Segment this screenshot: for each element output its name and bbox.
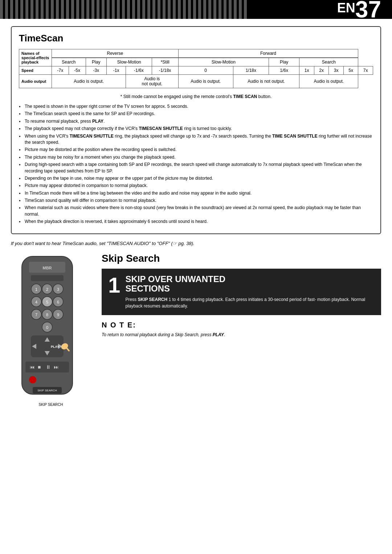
svg-text:5: 5 bbox=[46, 300, 48, 304]
svg-text:SKIP SEARCH: SKIP SEARCH bbox=[37, 389, 57, 392]
audio-output-reverse: Audio is output. bbox=[52, 75, 126, 88]
names-label-cell: Names of special-effects playback bbox=[19, 49, 52, 66]
bullet-item: Picture may appear distorted in comparis… bbox=[19, 183, 373, 189]
speed-2x: 2x bbox=[314, 66, 329, 75]
speed-neg7x: -7x bbox=[52, 66, 69, 75]
speed-7x: 7x bbox=[358, 66, 373, 75]
bottom-section: MBR 1 2 3 4 5 6 7 8 bbox=[11, 253, 381, 407]
forward-header: Forward bbox=[178, 49, 358, 58]
svg-text:⏸: ⏸ bbox=[46, 364, 51, 370]
sub-slowmotion-forward: Slow-Motion bbox=[178, 58, 269, 66]
svg-text:4: 4 bbox=[35, 300, 37, 304]
skip-box-number: 1 bbox=[108, 274, 120, 296]
subheader-row: Search Play Slow-Motion *Still Slow-Moti… bbox=[19, 58, 373, 66]
svg-text:MBR: MBR bbox=[42, 266, 52, 270]
speed-neg1x: -1x bbox=[106, 66, 126, 75]
remote-container: MBR 1 2 3 4 5 6 7 8 bbox=[11, 253, 91, 407]
note-heading: N O T E: bbox=[102, 321, 381, 329]
effects-table: Names of special-effects playback Revers… bbox=[19, 49, 373, 88]
speed-neg1-6x: -1/6x bbox=[126, 66, 152, 75]
speed-3x: 3x bbox=[329, 66, 344, 75]
bullet-item: The playback speed may not change correc… bbox=[19, 126, 373, 132]
page-header: EN37 bbox=[0, 0, 392, 19]
audio-not-output-reverse: Audio isnot output. bbox=[126, 75, 178, 88]
skip-search-section: Skip Search 1 SKIP OVER UNWANTED SECTION… bbox=[102, 253, 381, 338]
bullet-item: To resume normal playback, press PLAY. bbox=[19, 118, 373, 125]
note-section: N O T E: To return to normal playback du… bbox=[102, 321, 381, 338]
sub-play-forward: Play bbox=[269, 58, 299, 66]
speed-0: 0 bbox=[178, 66, 233, 75]
bullet-list: The speed is shown in the upper right co… bbox=[19, 103, 373, 225]
speed-neg5x: -5x bbox=[69, 66, 86, 75]
still-note: * Still mode cannot be engaged using the… bbox=[19, 93, 373, 100]
svg-text:3: 3 bbox=[57, 287, 59, 292]
svg-text:1: 1 bbox=[35, 287, 37, 292]
en-prefix: EN bbox=[337, 1, 355, 15]
speed-1x: 1x bbox=[299, 66, 314, 75]
note-text: To return to normal playback during a Sk… bbox=[102, 331, 381, 338]
speed-neg1-18x: -1/18x bbox=[152, 66, 178, 75]
speed-1-18x: 1/18x bbox=[233, 66, 269, 75]
svg-text:9: 9 bbox=[57, 313, 59, 317]
bullet-item: The TimeScan search speed is the same fo… bbox=[19, 111, 373, 117]
page-number: EN37 bbox=[337, 0, 381, 21]
bullet-item: The speed is shown in the upper right co… bbox=[19, 103, 373, 110]
bullet-item: In TimeScan mode there will be a time la… bbox=[19, 190, 373, 196]
skip-box-body: Press SKIP SEARCH 1 to 4 times during pl… bbox=[125, 296, 375, 309]
timescan-notes: * Still mode cannot be engaged using the… bbox=[19, 93, 373, 225]
svg-text:6: 6 bbox=[57, 300, 59, 304]
svg-text:⏭: ⏭ bbox=[54, 364, 59, 370]
audio-label: Audio output bbox=[19, 75, 52, 88]
header-stripes bbox=[0, 0, 247, 19]
sub-play-reverse: Play bbox=[86, 58, 106, 66]
svg-text:7: 7 bbox=[35, 313, 37, 317]
speed-label: Speed bbox=[19, 66, 52, 75]
sub-search-forward: Search bbox=[299, 58, 358, 66]
speed-5x: 5x bbox=[343, 66, 358, 75]
bullet-item: Picture may be distorted at the position… bbox=[19, 147, 373, 153]
svg-point-35 bbox=[29, 376, 36, 383]
skip-box: 1 SKIP OVER UNWANTED SECTIONS Press SKIP… bbox=[102, 269, 381, 315]
remote-svg: MBR 1 2 3 4 5 6 7 8 bbox=[11, 253, 83, 405]
speed-row: Speed -7x -5x -3x -1x -1/6x -1/18x 0 1/1… bbox=[19, 66, 373, 75]
svg-text:■: ■ bbox=[38, 364, 41, 370]
bullet-item: TimeScan sound quality will differ in co… bbox=[19, 197, 373, 204]
skip-box-heading: SKIP OVER UNWANTED SECTIONS bbox=[125, 274, 375, 294]
timescan-title: TimeScan bbox=[19, 33, 373, 44]
speed-1-6x: 1/6x bbox=[269, 66, 299, 75]
bullet-item: When using the VCR's TIMESCAN SHUTTLE ri… bbox=[19, 133, 373, 146]
audio-not-output-forward: Audio is not output. bbox=[233, 75, 299, 88]
skip-search-title: Skip Search bbox=[102, 253, 381, 264]
svg-text:PLAY: PLAY bbox=[51, 345, 59, 349]
bullet-item: When the playback direction is reversed,… bbox=[19, 219, 373, 225]
svg-text:8: 8 bbox=[46, 313, 48, 317]
svg-text:⏮: ⏮ bbox=[30, 364, 35, 370]
audio-row: Audio output Audio is output. Audio isno… bbox=[19, 75, 373, 88]
bullet-item: During high-speed search with a tape con… bbox=[19, 162, 373, 174]
bullet-item: When material such as music videos where… bbox=[19, 205, 373, 217]
svg-text:0: 0 bbox=[46, 325, 48, 330]
bullet-item: Depending on the tape in use, noise may … bbox=[19, 175, 373, 182]
svg-text:2: 2 bbox=[46, 287, 48, 292]
audio-output-forward: Audio is output. bbox=[299, 75, 358, 88]
skip-box-text: SKIP OVER UNWANTED SECTIONS Press SKIP S… bbox=[125, 274, 375, 310]
reverse-header: Reverse bbox=[52, 49, 179, 58]
section-header-row: Names of special-effects playback Revers… bbox=[19, 49, 373, 58]
speed-neg3x: -3x bbox=[86, 66, 106, 75]
timescan-section: TimeScan Names of special-effects playba… bbox=[11, 26, 381, 234]
sub-still: *Still bbox=[152, 58, 178, 66]
main-content: TimeScan Names of special-effects playba… bbox=[0, 19, 392, 414]
bullet-item: The picture may be noisy for a moment wh… bbox=[19, 154, 373, 160]
timescan-italic-note: If you don't want to hear TimeScan audio… bbox=[11, 241, 381, 246]
sub-search-reverse: Search bbox=[52, 58, 86, 66]
svg-rect-3 bbox=[31, 275, 64, 281]
sub-slowmotion-reverse: Slow-Motion bbox=[106, 58, 152, 66]
audio-output-still: Audio is output. bbox=[178, 75, 233, 88]
